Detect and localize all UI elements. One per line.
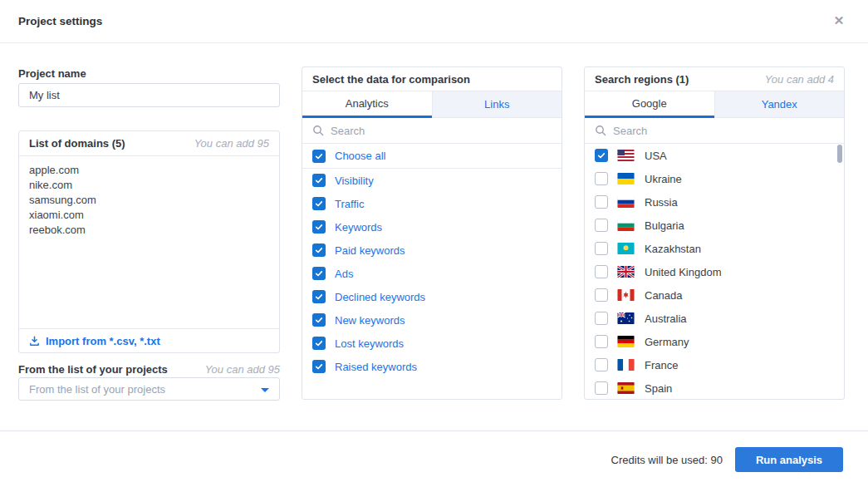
checkbox[interactable] xyxy=(595,335,608,348)
regions-search-input[interactable] xyxy=(613,125,834,137)
option-label: Paid keywords xyxy=(335,244,405,257)
checkbox[interactable] xyxy=(595,242,608,255)
tab-links[interactable]: Links xyxy=(432,91,562,118)
checkmark-icon xyxy=(315,223,323,231)
region-row[interactable]: Spain xyxy=(585,376,844,400)
checkbox[interactable] xyxy=(312,313,326,327)
region-row[interactable]: USA xyxy=(585,144,844,167)
checkbox[interactable] xyxy=(595,219,608,232)
checkbox[interactable] xyxy=(312,360,326,373)
option-row[interactable]: Choose all xyxy=(302,144,562,169)
checkbox[interactable] xyxy=(312,150,326,163)
flag-icon xyxy=(617,173,635,184)
projects-select-placeholder: From the list of your projects xyxy=(29,383,165,396)
flag-icon xyxy=(617,266,635,278)
tab-analytics[interactable]: Analytics xyxy=(302,91,432,118)
projects-select[interactable]: From the list of your projects xyxy=(18,377,280,401)
checkbox[interactable] xyxy=(312,267,326,280)
option-row[interactable]: Traffic xyxy=(302,192,562,215)
dialog-header: Project settings ✕ xyxy=(0,0,868,43)
checkbox[interactable] xyxy=(595,288,608,302)
domain-item: apple.com xyxy=(29,163,269,178)
option-row[interactable]: Declined keywords xyxy=(302,285,562,308)
region-label: United Kingdom xyxy=(645,266,722,278)
checkbox[interactable] xyxy=(312,174,326,187)
region-row[interactable]: Canada xyxy=(585,283,844,307)
import-link[interactable]: Import from *.csv, *.txt xyxy=(19,328,279,352)
checkmark-icon xyxy=(315,152,323,160)
checkbox[interactable] xyxy=(595,358,608,371)
dialog-title: Project settings xyxy=(18,15,102,27)
region-row[interactable]: Kazakhstan xyxy=(585,237,844,260)
checkmark-icon xyxy=(315,362,323,371)
option-label: Lost keywords xyxy=(335,337,404,350)
flag-icon xyxy=(617,219,635,231)
checkbox[interactable] xyxy=(312,290,326,303)
option-label: Visibility xyxy=(335,175,374,187)
checkmark-icon xyxy=(315,199,323,208)
domain-item: nike.com xyxy=(29,178,269,193)
search-icon xyxy=(595,125,606,136)
region-row[interactable]: Ukraine xyxy=(585,167,844,190)
region-row[interactable]: Bulgaria xyxy=(585,214,844,237)
checkmark-icon xyxy=(315,176,323,184)
regions-search-row xyxy=(585,118,844,144)
flag-icon xyxy=(617,150,635,161)
checkmark-icon xyxy=(315,293,323,301)
project-name-input[interactable] xyxy=(18,83,280,107)
checkbox[interactable] xyxy=(312,220,326,234)
regions-list: USA Ukraine xyxy=(585,144,844,400)
flag-icon xyxy=(617,336,635,347)
flag-icon xyxy=(617,289,635,301)
run-analysis-button[interactable]: Run analysis xyxy=(735,447,843,472)
projects-limit-hint: You can add 95 xyxy=(205,363,280,376)
flag-icon xyxy=(617,312,635,324)
checkmark-icon xyxy=(315,246,323,254)
import-link-label: Import from *.csv, *.txt xyxy=(46,335,160,347)
regions-scrollbar[interactable] xyxy=(837,145,842,163)
comparison-search-input[interactable] xyxy=(331,125,552,137)
region-row[interactable]: Russia xyxy=(585,190,844,214)
regions-panel: Search regions (1) You can add 4 Google … xyxy=(584,66,845,400)
checkbox[interactable] xyxy=(595,265,608,278)
domain-list[interactable]: apple.com nike.com samsung.com xiaomi.co… xyxy=(19,156,279,322)
checkbox[interactable] xyxy=(312,244,326,257)
close-icon: ✕ xyxy=(834,13,845,28)
comparison-tabs: Analytics Links xyxy=(302,91,562,118)
comparison-title: Select the data for comparison xyxy=(312,73,470,86)
option-label: Choose all xyxy=(335,150,385,162)
option-row[interactable]: Ads xyxy=(302,262,562,285)
checkbox[interactable] xyxy=(312,197,326,210)
checkbox[interactable] xyxy=(595,195,608,209)
option-row[interactable]: New keywords xyxy=(302,308,562,332)
flag-icon xyxy=(617,196,635,208)
option-row[interactable]: Keywords xyxy=(302,215,562,239)
checkbox[interactable] xyxy=(312,337,326,350)
option-label: Traffic xyxy=(335,198,364,210)
projects-label-row: From the list of your projects You can a… xyxy=(18,363,280,376)
region-row[interactable]: United Kingdom xyxy=(585,260,844,283)
tab-yandex[interactable]: Yandex xyxy=(714,91,845,118)
domains-panel: List of domains (5) You can add 95 apple… xyxy=(18,130,280,353)
tab-google[interactable]: Google xyxy=(585,91,714,118)
region-row[interactable]: Australia xyxy=(585,307,844,330)
close-button[interactable]: ✕ xyxy=(830,12,848,30)
checkbox[interactable] xyxy=(595,172,608,185)
region-row[interactable]: France xyxy=(585,353,844,376)
credits-label: Credits will be used: xyxy=(611,454,708,466)
projects-label: From the list of your projects xyxy=(18,363,168,376)
checkbox[interactable] xyxy=(595,149,608,162)
checkbox[interactable] xyxy=(595,312,608,325)
credits-text: Credits will be used: 90 xyxy=(611,454,723,466)
region-row[interactable]: Germany xyxy=(585,330,844,353)
option-label: Raised keywords xyxy=(335,361,417,373)
checkbox[interactable] xyxy=(595,381,608,395)
option-label: Ads xyxy=(335,268,353,280)
option-row[interactable]: Visibility xyxy=(302,169,562,192)
option-row[interactable]: Raised keywords xyxy=(302,355,562,378)
region-label: Russia xyxy=(645,196,678,209)
regions-panel-header: Search regions (1) You can add 4 xyxy=(585,67,844,91)
domains-title: List of domains (5) xyxy=(29,137,125,150)
option-row[interactable]: Paid keywords xyxy=(302,239,562,262)
option-row[interactable]: Lost keywords xyxy=(302,332,562,355)
